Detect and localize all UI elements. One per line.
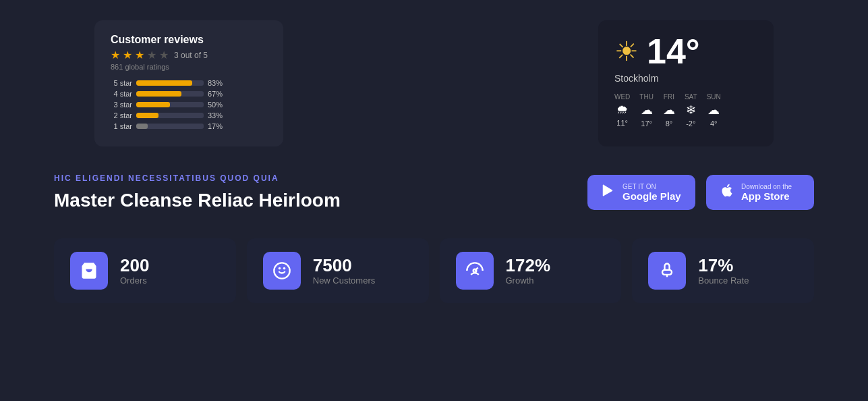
bounce-icon-box xyxy=(648,252,686,290)
forecast-wed-temp: 11° xyxy=(616,119,628,127)
bar-pct-3: 50% xyxy=(208,101,227,109)
page-wrapper: Customer reviews ★ ★ ★ ★ ★ 3 out of 5 86… xyxy=(0,0,868,323)
bar-label-2: 2 star xyxy=(111,111,132,119)
bar-fill-5 xyxy=(136,80,192,86)
bar-row-4: 4 star 67% xyxy=(111,90,267,98)
section-title: Master Cleanse Reliac Heirloom xyxy=(54,190,341,211)
bar-fill-1 xyxy=(136,124,148,129)
bar-row-3: 3 star 50% xyxy=(111,101,267,109)
forecast-thu-icon: ☁ xyxy=(641,103,653,117)
stat-info-growth: 172% Growth xyxy=(506,256,551,286)
stat-info-orders: 200 Orders xyxy=(120,256,149,286)
forecast-sun: SUN ☁ 4° xyxy=(707,93,721,128)
bar-pct-5: 83% xyxy=(208,79,227,87)
bar-label-1: 1 star xyxy=(111,122,132,130)
svg-point-0 xyxy=(274,263,289,278)
stat-label-growth: Growth xyxy=(506,275,551,286)
smiley-icon xyxy=(272,261,291,280)
forecast-sat: SAT ❄ -2° xyxy=(685,93,697,128)
weather-forecast: WED 🌧 11° THU ☁ 17° FRI ☁ 8° SAT ❄ xyxy=(614,93,757,128)
speedometer-icon xyxy=(465,261,484,280)
reviews-title: Customer reviews xyxy=(111,34,267,46)
star-3: ★ xyxy=(135,49,144,61)
app-store-button[interactable]: Download on the App Store xyxy=(706,175,814,210)
forecast-fri-temp: 8° xyxy=(666,119,673,128)
section-subtitle: HIC ELIGENDI NECESSITATIBUS QUOD QUIA xyxy=(54,173,341,183)
top-row: Customer reviews ★ ★ ★ ★ ★ 3 out of 5 86… xyxy=(27,20,841,146)
middle-row: HIC ELIGENDI NECESSITATIBUS QUOD QUIA Ma… xyxy=(27,173,841,211)
star-4: ★ xyxy=(147,49,156,61)
stat-card-bounce: 17% Bounce Rate xyxy=(632,238,814,303)
forecast-sat-label: SAT xyxy=(685,93,697,101)
middle-left: HIC ELIGENDI NECESSITATIBUS QUOD QUIA Ma… xyxy=(54,173,341,211)
google-play-top: GET IT ON xyxy=(623,183,681,190)
app-store-top: Download on the xyxy=(741,183,792,190)
google-play-bottom: Google Play xyxy=(623,190,681,202)
forecast-wed: WED 🌧 11° xyxy=(614,93,630,128)
bar-row-5: 5 star 83% xyxy=(111,79,267,87)
stars-row: ★ ★ ★ ★ ★ 3 out of 5 xyxy=(111,49,267,61)
touch-icon xyxy=(658,261,676,280)
stat-value-orders: 200 xyxy=(120,256,149,275)
reviews-card: Customer reviews ★ ★ ★ ★ ★ 3 out of 5 86… xyxy=(94,20,283,146)
stat-label-customers: New Customers xyxy=(313,275,375,286)
forecast-wed-label: WED xyxy=(614,93,630,101)
global-ratings: 861 global ratings xyxy=(111,63,267,71)
stat-info-bounce: 17% Bounce Rate xyxy=(698,256,749,286)
bar-label-4: 4 star xyxy=(111,90,132,98)
weather-sun-icon: ☀ xyxy=(614,36,639,67)
forecast-thu: THU ☁ 17° xyxy=(639,93,654,128)
bar-track-1 xyxy=(136,124,204,129)
bar-fill-2 xyxy=(136,113,158,118)
stat-label-bounce: Bounce Rate xyxy=(698,275,749,286)
bar-label-3: 3 star xyxy=(111,101,132,109)
rating-text: 3 out of 5 xyxy=(174,51,208,60)
stat-value-growth: 172% xyxy=(506,256,551,275)
forecast-sun-icon: ☁ xyxy=(707,103,720,117)
bar-pct-1: 17% xyxy=(208,122,227,130)
stat-value-customers: 7500 xyxy=(313,256,375,275)
bar-fill-3 xyxy=(136,102,170,107)
bar-row-2: 2 star 33% xyxy=(111,111,267,119)
forecast-fri-icon: ☁ xyxy=(663,103,675,117)
bar-track-5 xyxy=(136,80,204,86)
forecast-thu-temp: 17° xyxy=(641,119,652,128)
bar-track-2 xyxy=(136,113,204,118)
forecast-sat-temp: -2° xyxy=(686,119,695,128)
forecast-sun-temp: 4° xyxy=(710,119,718,128)
google-play-button[interactable]: GET IT ON Google Play xyxy=(587,175,695,210)
google-play-text: GET IT ON Google Play xyxy=(623,183,681,202)
bar-track-4 xyxy=(136,91,204,97)
growth-icon-box xyxy=(456,252,494,290)
google-play-icon xyxy=(601,183,616,202)
stat-card-orders: 200 Orders xyxy=(54,238,236,303)
orders-icon-box xyxy=(70,252,108,290)
app-store-text: Download on the App Store xyxy=(741,183,792,202)
stat-value-bounce: 17% xyxy=(698,256,749,275)
app-store-bottom: App Store xyxy=(741,190,792,202)
star-2: ★ xyxy=(123,49,132,61)
stat-card-growth: 172% Growth xyxy=(440,238,622,303)
star-5: ★ xyxy=(159,49,169,61)
forecast-fri-label: FRI xyxy=(664,93,674,101)
bar-pct-4: 67% xyxy=(208,90,227,98)
bar-row-1: 1 star 17% xyxy=(111,122,267,130)
stat-label-orders: Orders xyxy=(120,275,149,286)
stats-row: 200 Orders 7500 New Customers xyxy=(27,238,841,303)
store-buttons: GET IT ON Google Play Download on the Ap… xyxy=(587,175,814,210)
forecast-sun-label: SUN xyxy=(707,93,721,101)
bar-fill-4 xyxy=(136,91,181,97)
stat-card-customers: 7500 New Customers xyxy=(247,238,429,303)
weather-temp: 14° xyxy=(647,34,700,69)
weather-main: ☀ 14° xyxy=(614,34,757,69)
forecast-wed-icon: 🌧 xyxy=(616,103,629,117)
forecast-sat-icon: ❄ xyxy=(686,103,696,117)
cart-icon xyxy=(80,261,98,280)
bar-track-3 xyxy=(136,102,204,107)
bar-label-5: 5 star xyxy=(111,79,132,87)
forecast-thu-label: THU xyxy=(639,93,654,101)
forecast-fri: FRI ☁ 8° xyxy=(663,93,675,128)
bar-pct-2: 33% xyxy=(208,111,227,119)
customers-icon-box xyxy=(263,252,301,290)
stat-info-customers: 7500 New Customers xyxy=(313,256,375,286)
